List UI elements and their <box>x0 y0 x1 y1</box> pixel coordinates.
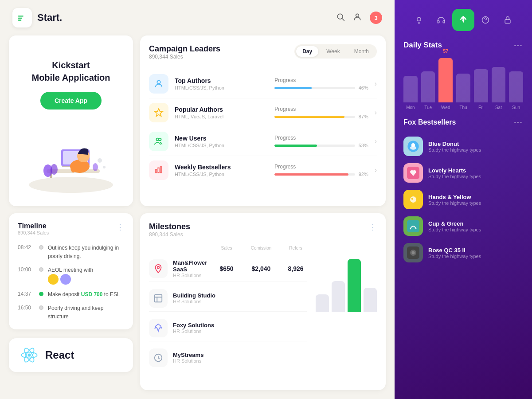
campaign-row-progress: Progress 87% <box>274 106 368 119</box>
svg-rect-37 <box>505 20 510 23</box>
campaign-card: Campaign Leaders 890,344 Sales Day Week … <box>140 35 386 206</box>
day-bar <box>456 74 470 102</box>
milestone-info: MyStreams HR Solutions <box>173 352 227 364</box>
svg-rect-25 <box>160 166 162 173</box>
day-bar <box>474 69 488 102</box>
svg-point-33 <box>417 17 421 21</box>
daily-stats-menu[interactable]: ⋯ <box>513 40 523 51</box>
bestseller-item: Blue Donut Study the highway types <box>403 133 523 160</box>
tab-month[interactable]: Month <box>348 46 375 57</box>
progress-percent: 87% <box>359 114 368 119</box>
col-header: Refers <box>285 246 307 250</box>
campaign-row-progress: Progress 53% <box>274 135 368 148</box>
campaign-row-info: Weekly Bestsellers HTML/CSS/JS, Python <box>175 164 268 177</box>
svg-point-15 <box>51 164 58 175</box>
campaign-row-icon <box>149 74 168 94</box>
left-col-bottom: Timeline 890,344 Sales ⋮ 08:42 Outlines … <box>9 213 133 391</box>
kickstart-card: Kickstart Mobile Application Create App <box>9 35 133 206</box>
timeline-time: 10:00 <box>18 266 35 273</box>
timeline-time: 16:50 <box>18 305 35 311</box>
rpanel-headphone-icon[interactable] <box>430 9 452 31</box>
bestseller-info: Bose QC 35 II Study the highway types <box>428 247 523 259</box>
rpanel-fox-icon[interactable] <box>452 9 474 31</box>
svg-rect-24 <box>158 168 159 173</box>
bestseller-subtitle: Study the highway types <box>428 254 523 259</box>
svg-point-35 <box>464 19 465 20</box>
progress-bar-wrap: 87% <box>274 114 368 119</box>
row-arrow-icon[interactable]: › <box>375 166 377 174</box>
campaign-row-progress: Progress 92% <box>274 164 368 177</box>
milestones-menu-icon[interactable]: ⋮ <box>369 222 377 232</box>
bestseller-image <box>403 137 423 156</box>
tab-day[interactable]: Day <box>296 46 318 57</box>
bestseller-image <box>403 163 423 183</box>
avatar <box>60 274 71 285</box>
bar-chart: Mon Tue 57 Wed Thu Fri Sat Sun <box>403 57 523 110</box>
progress-label: Progress <box>274 77 368 83</box>
svg-point-40 <box>411 143 415 147</box>
rpanel-lock-icon[interactable] <box>497 9 519 31</box>
bestseller-info: Cup & Green Study the highway types <box>428 220 523 232</box>
svg-point-34 <box>462 19 463 20</box>
campaign-header: Campaign Leaders 890,344 Sales Day Week … <box>149 44 377 67</box>
bestseller-item: Cup & Green Study the highway types <box>403 213 523 239</box>
milestone-name: Man&Flower SaaS <box>173 259 210 273</box>
user-icon[interactable] <box>353 12 362 23</box>
rpanel-bulb-icon[interactable] <box>408 9 430 31</box>
timeline-text: AEOL meeting with <box>48 266 93 285</box>
bestseller-name: Lovely Hearts <box>428 167 523 174</box>
day-bar <box>509 71 523 102</box>
bestsellers-menu[interactable]: ⋯ <box>513 117 523 128</box>
day-label: Sat <box>495 105 502 110</box>
row-arrow-icon[interactable]: › <box>375 80 377 88</box>
tab-week[interactable]: Week <box>320 46 346 57</box>
campaign-row-tech: HTML/CSS/JS, Python <box>175 172 268 177</box>
header-left: Start. <box>12 8 62 27</box>
campaign-row: Top Authors HTML/CSS/JS, Python Progress… <box>149 70 377 98</box>
search-icon[interactable] <box>336 12 345 23</box>
svg-point-17 <box>98 158 102 163</box>
progress-fill <box>274 116 344 118</box>
svg-marker-20 <box>155 109 163 116</box>
create-app-button[interactable]: Create App <box>40 92 102 110</box>
campaign-row-info: Top Authors HTML/CSS/JS, Python <box>175 77 268 90</box>
row-arrow-icon[interactable]: › <box>375 137 377 145</box>
svg-point-5 <box>356 14 359 17</box>
bestseller-image <box>403 216 423 236</box>
day-label: Tue <box>424 105 432 110</box>
bestseller-info: Hands & Yellow Study the highway types <box>428 194 523 206</box>
row-arrow-icon[interactable]: › <box>375 109 377 117</box>
rpanel-content: Daily Stats ⋯ Mon Tue 57 Wed Thu Fri Sat… <box>395 35 532 399</box>
content-grid: Kickstart Mobile Application Create App <box>0 35 395 399</box>
progress-bar <box>274 87 355 89</box>
svg-point-16 <box>93 163 98 171</box>
milestone-row: MyStreams HR Solutions <box>149 345 307 371</box>
svg-line-4 <box>342 19 344 21</box>
day-bar-wrap: Sun <box>509 71 523 110</box>
progress-bar-wrap: 53% <box>274 143 368 148</box>
peak-label: 57 <box>443 48 448 54</box>
milestone-icon <box>149 348 168 367</box>
milestone-type: HR Solutions <box>173 329 227 334</box>
campaign-subtitle: 890,344 Sales <box>149 54 220 60</box>
day-bar-wrap: Thu <box>456 74 470 110</box>
timeline-item: 16:50 Poorly driving and keep structure <box>18 304 124 321</box>
svg-point-19 <box>157 81 160 84</box>
timeline-dot <box>39 305 43 310</box>
campaign-row-tech: HTML, VueJS, Laravel <box>175 114 268 119</box>
notification-badge[interactable]: 3 <box>370 12 382 24</box>
milestone-row: Man&Flower SaaS HR Solutions $650 $2,040… <box>149 256 307 282</box>
header: Start. 3 <box>0 0 395 35</box>
campaign-row-name: New Users <box>175 135 268 142</box>
campaign-row-name: Top Authors <box>175 77 268 84</box>
timeline-menu-icon[interactable]: ⋮ <box>116 222 124 232</box>
progress-percent: 92% <box>359 172 368 177</box>
logo-icon <box>12 8 32 27</box>
chart-bar <box>332 281 345 312</box>
timeline-text-content: AEOL meeting with <box>48 267 93 273</box>
campaign-row-progress: Progress 46% <box>274 77 368 90</box>
milestones-header: Milestones 890,344 Sales ⋮ <box>149 222 377 244</box>
milestone-name: Building Studio <box>173 292 227 299</box>
timeline-avatars <box>48 274 93 285</box>
rpanel-question-icon[interactable] <box>474 9 497 31</box>
